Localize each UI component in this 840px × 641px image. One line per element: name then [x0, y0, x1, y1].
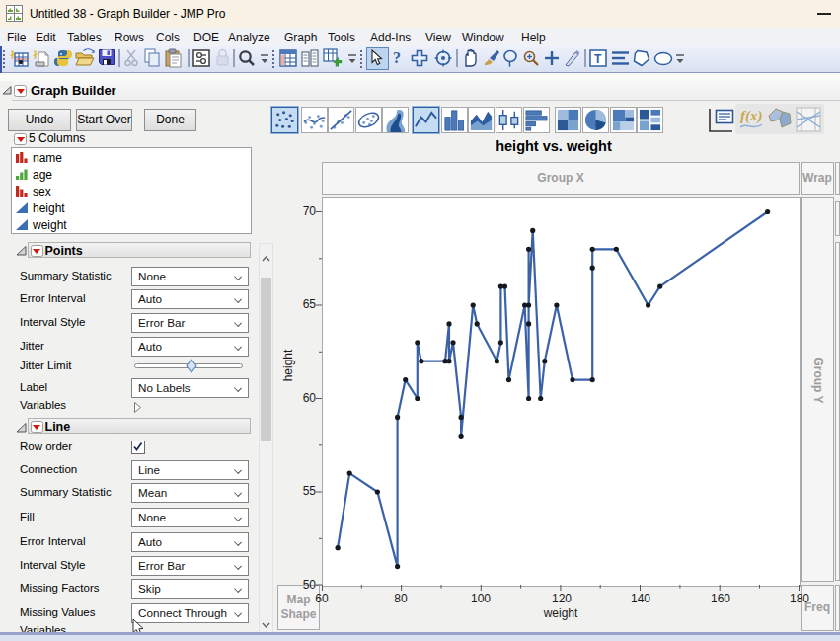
svg-text:T: T	[594, 52, 602, 66]
svg-text:f(x): f(x)	[740, 108, 763, 124]
